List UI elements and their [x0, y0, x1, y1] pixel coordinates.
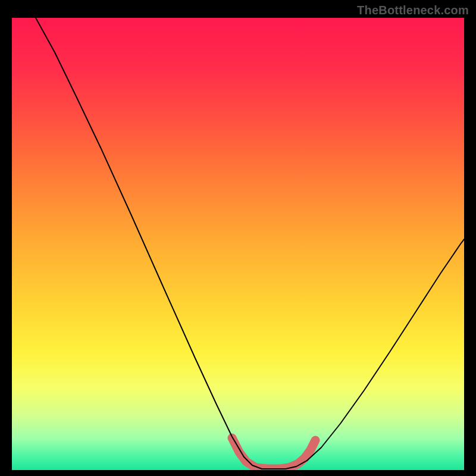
- bottleneck-chart: [0, 0, 476, 476]
- chart-frame: { "watermark": "TheBottleneck.com", "cha…: [0, 0, 476, 476]
- watermark-text: TheBottleneck.com: [357, 4, 469, 17]
- gradient-background: [12, 18, 464, 470]
